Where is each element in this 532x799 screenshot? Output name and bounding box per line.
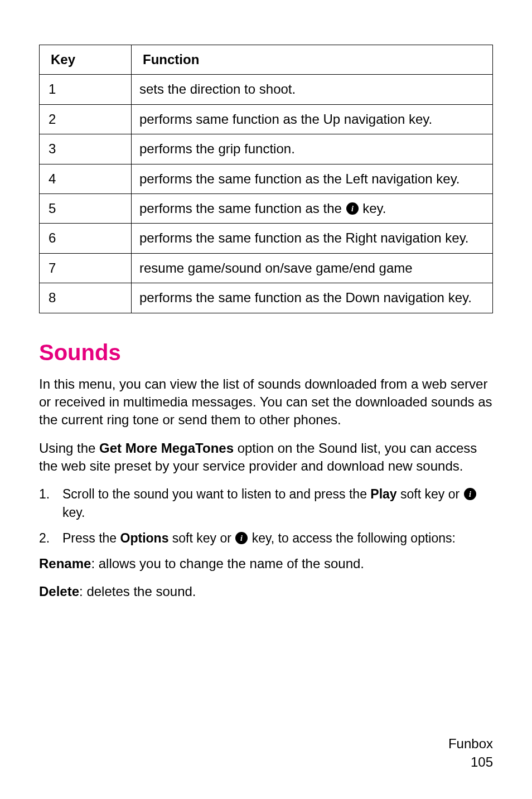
- table-cell-function: performs the same function as the Right …: [132, 224, 493, 253]
- table-row: 2 performs same function as the Up navig…: [40, 104, 493, 134]
- table-row: 6 performs the same function as the Righ…: [40, 224, 493, 253]
- paragraph-intro: In this menu, you can view the list of s…: [39, 375, 493, 429]
- table-cell-function: sets the direction to shoot.: [132, 75, 493, 104]
- table-header-function: Function: [132, 45, 493, 75]
- footer-section-name: Funbox: [448, 735, 493, 753]
- table-row: 1 sets the direction to shoot.: [40, 75, 493, 104]
- table-row: 4 performs the same function as the Left…: [40, 164, 493, 193]
- table-cell-function: performs the same function as the i key.: [132, 193, 493, 223]
- table-header-key: Key: [40, 45, 132, 75]
- ok-icon: i: [235, 531, 248, 545]
- section-heading-sounds: Sounds: [39, 340, 493, 365]
- instruction-list: 1. Scroll to the sound you want to liste…: [39, 485, 493, 547]
- table-cell-key: 6: [40, 224, 132, 253]
- paragraph-rename: Rename: allows you to change the name of…: [39, 555, 493, 573]
- key-function-table: Key Function 1 sets the direction to sho…: [39, 45, 493, 313]
- list-item: 2. Press the Options soft key or i key, …: [39, 529, 493, 547]
- svg-text:i: i: [351, 205, 354, 213]
- table-cell-key: 8: [40, 283, 132, 313]
- table-cell-function: resume game/sound on/save game/end game: [132, 253, 493, 283]
- table-cell-key: 7: [40, 253, 132, 283]
- table-cell-key: 3: [40, 134, 132, 164]
- svg-text:i: i: [240, 534, 243, 543]
- table-cell-key: 4: [40, 164, 132, 193]
- table-cell-key: 1: [40, 75, 132, 104]
- table-row: 5 performs the same function as the i ke…: [40, 193, 493, 223]
- table-row: 7 resume game/sound on/save game/end gam…: [40, 253, 493, 283]
- table-cell-function: performs same function as the Up navigat…: [132, 104, 493, 134]
- table-cell-function: performs the grip function.: [132, 134, 493, 164]
- footer-page-number: 105: [448, 753, 493, 771]
- table-cell-function: performs the same function as the Down n…: [132, 283, 493, 313]
- page-footer: Funbox 105: [448, 735, 493, 771]
- table-row: 8 performs the same function as the Down…: [40, 283, 493, 313]
- table-row: 3 performs the grip function.: [40, 134, 493, 164]
- list-item: 1. Scroll to the sound you want to liste…: [39, 485, 493, 521]
- table-cell-function: performs the same function as the Left n…: [132, 164, 493, 193]
- table-cell-key: 2: [40, 104, 132, 134]
- ok-icon: i: [463, 487, 477, 501]
- ok-icon: i: [346, 202, 359, 215]
- table-cell-key: 5: [40, 193, 132, 223]
- paragraph-delete: Delete: deletes the sound.: [39, 583, 493, 601]
- paragraph-getmore: Using the Get More MegaTones option on t…: [39, 439, 493, 476]
- svg-text:i: i: [469, 490, 471, 498]
